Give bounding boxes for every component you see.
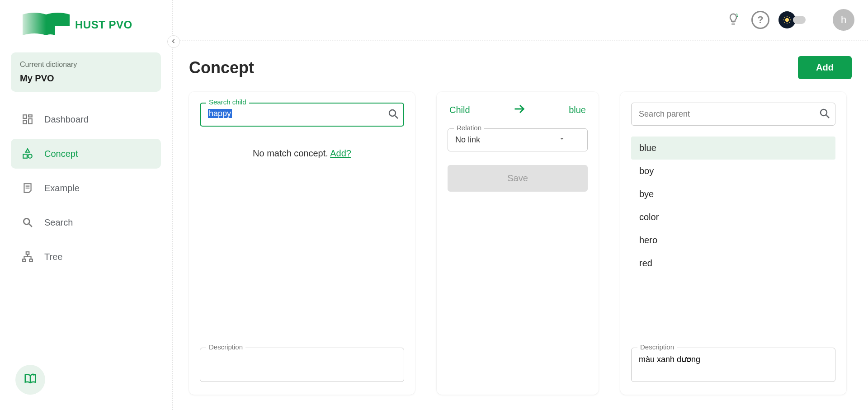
parent-description-label: Description (637, 343, 677, 351)
page-header: Concept Add (189, 56, 852, 79)
question-icon: ? (757, 14, 763, 26)
relation-panel: Child blue Relation No link Save (437, 92, 599, 395)
svg-point-23 (821, 109, 827, 116)
search-icon (22, 217, 33, 228)
help-button[interactable]: ? (751, 11, 769, 29)
search-child-field: Search child happy (200, 103, 404, 127)
svg-line-24 (826, 115, 829, 118)
parent-result-item[interactable]: bye (631, 183, 835, 206)
avatar-initial: h (841, 14, 846, 26)
relation-select-field: Relation No link (448, 128, 588, 151)
sidebar-item-label: Concept (44, 149, 78, 159)
svg-line-7 (29, 224, 32, 227)
add-button[interactable]: Add (798, 56, 852, 79)
main-content: Concept Add Search child happy No match … (173, 41, 868, 410)
svg-rect-3 (23, 120, 27, 124)
svg-point-11 (786, 19, 789, 22)
svg-rect-8 (26, 252, 29, 254)
svg-line-16 (784, 17, 785, 18)
relation-header: Child blue (448, 103, 588, 118)
current-dictionary-card[interactable]: Current dictionary My PVO (11, 52, 161, 92)
brand-name: HUST PVO (75, 19, 132, 31)
parent-panel: blueboybyecolorherored Description (620, 92, 846, 395)
sidebar-item-label: Tree (44, 252, 62, 262)
sidebar-item-search[interactable]: Search (11, 207, 161, 237)
lightbulb-icon (726, 12, 740, 28)
sidebar-item-dashboard[interactable]: Dashboard (11, 104, 161, 134)
theme-toggle[interactable] (778, 11, 806, 28)
relation-select[interactable]: No link (448, 128, 588, 151)
sidebar-item-label: Dashboard (44, 114, 89, 125)
tree-icon (22, 251, 33, 263)
search-icon[interactable] (388, 108, 399, 121)
sidebar-item-example[interactable]: Example (11, 173, 161, 203)
topbar: ? h (173, 0, 868, 41)
search-child-label: Search child (206, 98, 249, 106)
relation-field-label: Relation (454, 124, 484, 132)
parent-description-input[interactable] (631, 348, 835, 382)
parent-result-item[interactable]: boy (631, 160, 835, 183)
svg-line-17 (789, 22, 790, 23)
arrow-right-icon (513, 103, 526, 118)
parent-result-item[interactable]: red (631, 252, 835, 275)
parent-result-item[interactable]: blue (631, 137, 835, 160)
sidebar: HUST PVO Current dictionary My PVO Dashb… (0, 0, 173, 410)
no-match-text: No match concept. (253, 148, 330, 158)
note-icon (22, 182, 33, 194)
shapes-icon (22, 148, 33, 160)
svg-point-5 (28, 154, 32, 158)
svg-line-18 (784, 22, 785, 23)
sidebar-item-concept[interactable]: Concept (11, 139, 161, 169)
svg-line-21 (395, 116, 398, 118)
chevron-left-icon (171, 38, 176, 46)
relation-left-label: Child (449, 105, 470, 115)
svg-point-6 (24, 218, 29, 224)
svg-rect-4 (23, 154, 27, 158)
sidebar-item-label: Example (44, 183, 80, 193)
search-parent-field (631, 103, 835, 126)
svg-rect-9 (23, 259, 26, 261)
save-button[interactable]: Save (448, 165, 588, 192)
suggestion-button[interactable] (724, 11, 742, 29)
child-description-field: Description (200, 348, 404, 384)
svg-point-20 (389, 110, 396, 116)
sidebar-nav: Dashboard Concept Example Search Tree (11, 104, 161, 272)
dashboard-icon (22, 113, 33, 125)
no-match-add-link[interactable]: Add? (330, 148, 351, 158)
open-book-icon (24, 372, 37, 387)
brand-mark-icon (21, 11, 71, 39)
child-panel: Search child happy No match concept. Add… (189, 92, 415, 395)
panels-row: Search child happy No match concept. Add… (189, 92, 852, 395)
search-icon[interactable] (819, 108, 830, 121)
page-title: Concept (189, 58, 254, 77)
search-parent-input[interactable] (631, 103, 835, 126)
svg-rect-0 (23, 115, 27, 118)
parent-results-list: blueboybyecolorherored (631, 137, 835, 275)
parent-result-item[interactable]: hero (631, 229, 835, 252)
child-description-label: Description (206, 343, 245, 351)
search-child-input[interactable] (200, 103, 404, 127)
no-match-message: No match concept. Add? (200, 148, 404, 159)
sidebar-item-tree[interactable]: Tree (11, 242, 161, 272)
relation-select-value: No link (455, 135, 480, 145)
caret-down-icon (558, 135, 566, 145)
child-description-input[interactable] (200, 348, 404, 382)
current-dictionary-label: Current dictionary (20, 61, 152, 69)
relation-right-label: blue (569, 105, 586, 115)
svg-rect-10 (29, 259, 33, 261)
svg-line-19 (789, 17, 790, 18)
svg-rect-1 (28, 115, 32, 117)
sidebar-item-label: Search (44, 217, 73, 228)
user-avatar[interactable]: h (833, 9, 854, 31)
parent-description-field: Description (631, 348, 835, 384)
dictionary-fab[interactable] (15, 365, 45, 395)
toggle-track (793, 16, 806, 24)
sidebar-collapse-button[interactable] (167, 35, 180, 48)
svg-rect-2 (28, 119, 32, 124)
brand-logo: HUST PVO (21, 11, 161, 39)
current-dictionary-name: My PVO (20, 73, 152, 84)
parent-result-item[interactable]: color (631, 206, 835, 229)
